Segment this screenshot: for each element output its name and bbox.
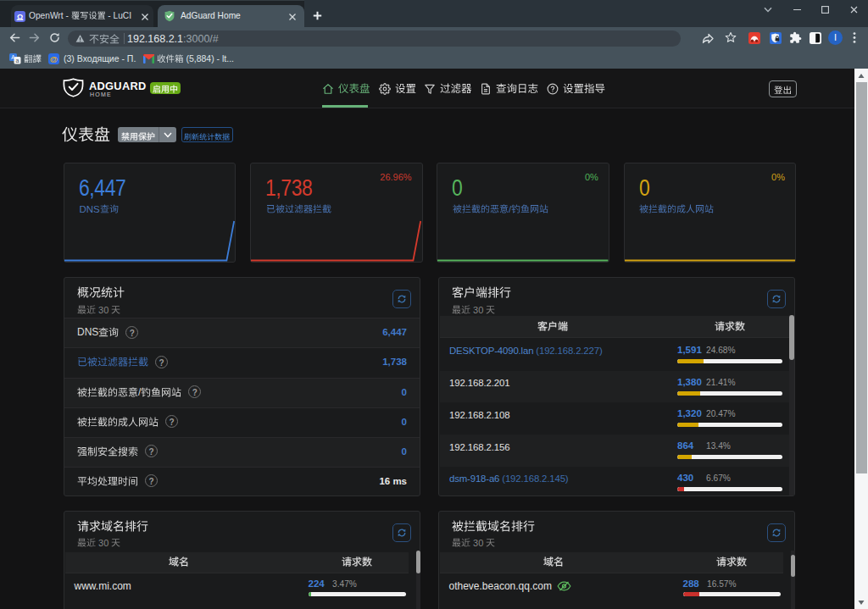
svg-text:@: @	[50, 54, 58, 64]
svg-text:a: a	[16, 58, 19, 64]
